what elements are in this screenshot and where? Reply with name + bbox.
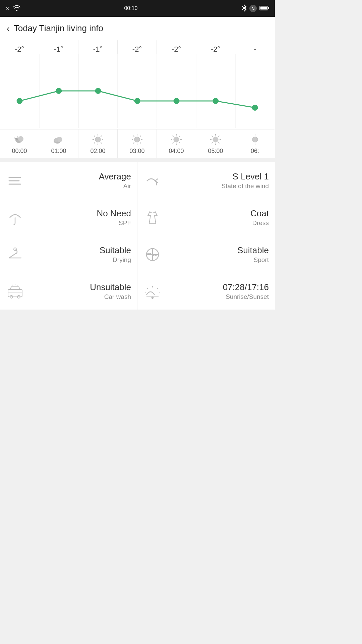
weather-cell-2: 02:00 [78,129,118,158]
sunrise-text: 07:28/17:16 Sunrise/Sunset [162,282,269,301]
svg-point-20 [54,138,58,142]
svg-line-54 [219,143,220,144]
status-time: 00:10 [124,5,137,11]
status-right-icons: N [241,4,269,13]
weather-cell-3: 03:00 [118,129,157,158]
info-cell-dress: Coat Dress [137,199,275,236]
sunrise-icon [143,282,162,301]
wifi-icon [13,5,20,12]
svg-point-11 [95,88,101,94]
svg-line-29 [94,143,95,144]
svg-line-28 [101,136,102,137]
page-title: Today Tianjin living info [14,23,103,34]
hanger-icon [6,246,24,264]
svg-point-21 [95,137,101,142]
svg-line-55 [219,136,220,137]
weather-cell-5: 05:00 [196,129,235,158]
svg-line-27 [101,143,102,144]
svg-line-47 [173,143,174,144]
bottom-area [0,310,275,578]
svg-line-53 [212,136,213,137]
air-quality-text: Average Air [24,171,131,190]
back-button[interactable]: ‹ [7,24,10,33]
svg-line-26 [94,136,95,137]
sport-icon [143,246,162,264]
svg-point-57 [252,137,258,142]
info-cell-wind: S Level 1 State of the wind [137,162,275,199]
carwash-text: Unsuitable Car wash [24,282,131,301]
svg-line-73 [147,288,148,289]
info-cell-spf: No Need SPF [0,199,137,236]
svg-point-39 [174,137,179,142]
header: ‹ Today Tianjin living info [0,17,275,40]
svg-line-38 [133,143,134,144]
svg-line-37 [140,136,141,137]
wind-icon [143,172,162,190]
temp-2: -1° [78,40,118,54]
svg-point-48 [213,137,218,142]
svg-line-44 [173,136,174,137]
info-cell-drying: Suitable Drying [0,236,137,273]
info-cell-sport: Suitable Sport [137,236,275,273]
status-left-icons: ✕ [5,5,20,12]
weather-cell-1: 01:00 [39,129,78,158]
info-cell-sunrise: 07:28/17:16 Sunrise/Sunset [137,273,275,310]
temp-1: -1° [39,40,78,54]
weather-cell-6: 06: [235,129,275,158]
info-cell-air: Average Air [0,162,137,199]
sport-text: Suitable Sport [162,245,269,264]
dress-text: Coat Dress [162,208,269,227]
temp-4: -2° [157,40,196,54]
temperature-chart: -2° -1° -1° -2° -2° -2° - [0,40,275,158]
temp-6: - [235,40,275,54]
svg-point-12 [134,98,140,104]
info-grid: Average Air S Level 1 State of the wind … [0,162,275,310]
svg-point-13 [174,98,180,104]
car-wash-icon [6,282,24,301]
svg-point-17 [18,136,23,142]
svg-rect-2 [268,7,269,9]
svg-line-45 [179,143,180,144]
svg-point-9 [17,98,23,104]
svg-point-15 [252,105,258,111]
svg-point-14 [213,98,219,104]
weather-icon-row: 00:00 01:00 02:00 [0,129,275,158]
info-cell-carwash: Unsuitable Car wash [0,273,137,310]
bluetooth-icon [241,4,247,13]
air-quality-icon [6,172,24,190]
close-icon: ✕ [5,5,10,11]
dress-icon [143,209,162,227]
umbrella-icon [6,209,24,227]
line-chart [0,54,275,129]
svg-point-10 [56,88,62,94]
drying-text: Suitable Drying [24,245,131,264]
svg-line-36 [140,143,141,144]
weather-cell-0: 00:00 [0,129,39,158]
wind-text: S Level 1 State of the wind [162,171,269,190]
notification-icon: N [249,5,257,12]
temp-3: -2° [118,40,157,54]
temperature-row: -2° -1° -1° -2° -2° -2° - [0,40,275,54]
weather-cell-4: 04:00 [157,129,196,158]
svg-line-35 [133,136,134,137]
svg-point-30 [134,137,140,142]
svg-line-74 [157,288,158,289]
battery-icon [259,5,269,12]
spf-text: No Need SPF [24,208,131,227]
svg-rect-1 [260,6,267,9]
svg-line-56 [212,143,213,144]
temp-5: -2° [196,40,235,54]
temp-0: -2° [0,40,39,54]
status-bar: ✕ 00:10 N [0,0,275,17]
svg-line-46 [179,136,180,137]
